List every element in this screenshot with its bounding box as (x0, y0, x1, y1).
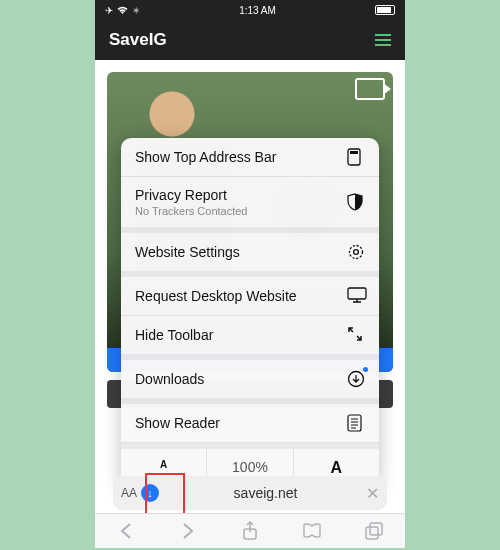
clear-icon[interactable]: ✕ (366, 484, 379, 503)
menu-label: Show Top Address Bar (135, 149, 276, 165)
menu-label: Request Desktop Website (135, 288, 297, 304)
svg-rect-6 (348, 415, 361, 431)
menu-privacy-report[interactable]: Privacy Report No Trackers Contacted (121, 177, 379, 233)
menu-icon[interactable] (375, 34, 391, 46)
menu-label: Show Reader (135, 415, 220, 431)
video-icon[interactable] (355, 78, 385, 100)
back-button[interactable] (116, 521, 136, 541)
menu-request-desktop[interactable]: Request Desktop Website (121, 277, 379, 316)
forward-button[interactable] (178, 521, 198, 541)
download-indicator-icon[interactable]: ↓ (141, 484, 159, 502)
status-bar: ✈ ✶ 1:13 AM (95, 0, 405, 20)
menu-label: Hide Toolbar (135, 327, 213, 343)
app-header: SaveIG (95, 20, 405, 60)
svg-point-3 (354, 250, 359, 255)
aa-button[interactable]: AA (121, 486, 137, 500)
svg-rect-1 (350, 151, 358, 154)
menu-downloads[interactable]: Downloads (121, 360, 379, 404)
menu-label: Downloads (135, 371, 204, 387)
menu-label: Privacy Report No Trackers Contacted (135, 187, 248, 217)
svg-point-2 (350, 246, 363, 259)
app-title: SaveIG (109, 30, 167, 50)
download-circle-icon (347, 370, 365, 388)
loading-icon: ✶ (132, 5, 140, 16)
phone-top-icon (347, 148, 365, 166)
wifi-icon (117, 6, 128, 15)
svg-rect-8 (366, 527, 378, 539)
notification-dot (363, 367, 368, 372)
battery-icon (375, 5, 395, 15)
shield-icon (347, 193, 365, 211)
svg-rect-9 (370, 523, 382, 535)
menu-show-reader[interactable]: Show Reader (121, 404, 379, 443)
airplane-icon: ✈ (105, 5, 113, 16)
reader-icon (347, 414, 365, 432)
status-time: 1:13 AM (239, 5, 276, 16)
phone-frame: ✈ ✶ 1:13 AM SaveIG Show Top Address Bar … (95, 0, 405, 548)
share-button[interactable] (240, 521, 260, 541)
menu-website-settings[interactable]: Website Settings (121, 233, 379, 277)
menu-hide-toolbar[interactable]: Hide Toolbar (121, 316, 379, 360)
gear-icon (347, 243, 365, 261)
url-text: saveig.net (165, 485, 366, 501)
tabs-button[interactable] (364, 521, 384, 541)
svg-rect-4 (348, 288, 366, 299)
safari-toolbar (95, 513, 405, 548)
aa-menu-sheet: Show Top Address Bar Privacy Report No T… (121, 138, 379, 487)
menu-label: Website Settings (135, 244, 240, 260)
expand-icon (347, 326, 365, 344)
menu-show-top-address-bar[interactable]: Show Top Address Bar (121, 138, 379, 177)
address-bar[interactable]: AA ↓ saveig.net ✕ (113, 476, 387, 510)
bookmarks-button[interactable] (302, 521, 322, 541)
desktop-icon (347, 287, 365, 305)
